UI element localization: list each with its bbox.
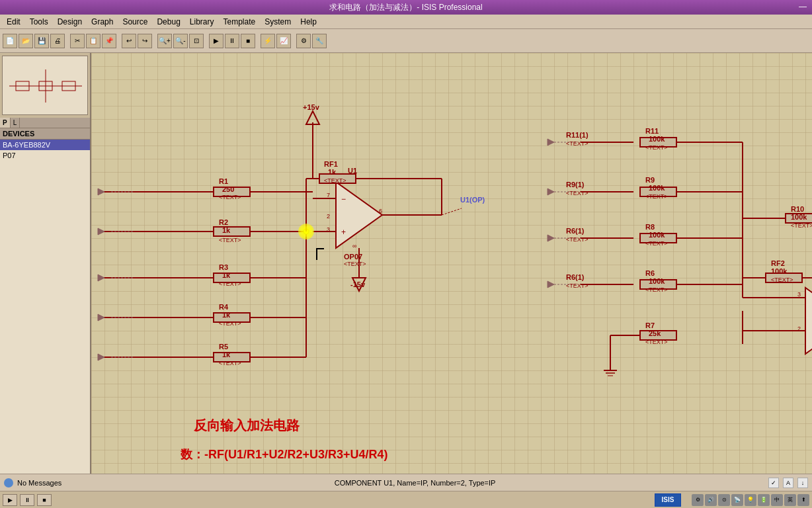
tab-p[interactable]: P [0, 118, 11, 128]
tb-zoom-in[interactable]: 🔍+ [157, 34, 172, 48]
label-r9: R9 [645, 176, 655, 184]
tb-probe[interactable]: ⚡ [261, 34, 275, 48]
tb-copy[interactable]: 📋 [86, 34, 101, 48]
menu-design[interactable]: Design [54, 16, 86, 28]
text-r1: <TEXT> [219, 194, 241, 200]
bottom-icon5[interactable]: 💡 [745, 494, 756, 506]
value-rf1: 1k [328, 168, 336, 176]
tb-cut[interactable]: ✂ [70, 34, 85, 48]
tb-zoom-fit[interactable]: ⊡ [189, 34, 204, 48]
value-r2: 1k [222, 226, 230, 234]
canvas-area[interactable]: − + ∞ 7 3 2 6 [91, 53, 812, 474]
bottom-icon9[interactable]: ⬆ [797, 494, 809, 506]
text-r10: <TEXT> [791, 222, 812, 229]
menu-debug[interactable]: Debug [153, 16, 184, 28]
tb-open[interactable]: 📂 [19, 34, 33, 48]
label-u1op: U1(OP) [460, 196, 485, 204]
tb-paste[interactable]: 📌 [102, 34, 116, 48]
tb-extra2[interactable]: 🔧 [312, 34, 327, 48]
circuit-svg: − + ∞ 7 3 2 6 [91, 53, 812, 474]
svg-text:2: 2 [327, 213, 330, 220]
toolbar: 📄 📂 💾 🖨 ✂ 📋 📌 ↩ ↪ 🔍+ 🔍- ⊡ ▶ ⏸ ■ ⚡ 📈 ⚙ 🔧 [0, 29, 812, 53]
bottom-icon4[interactable]: 📡 [731, 494, 743, 506]
text-r111: <TEXT> [566, 140, 589, 147]
svg-text:∞: ∞ [352, 243, 356, 249]
status-letter-a: A [783, 478, 793, 488]
svg-text:+: + [341, 228, 346, 237]
svg-text:6: 6 [379, 208, 382, 214]
text-r2: <TEXT> [219, 237, 241, 243]
menu-edit[interactable]: Edit [3, 16, 24, 28]
text-r4: <TEXT> [219, 320, 241, 327]
label-rf1: RF1 [324, 160, 338, 168]
playback-stop[interactable]: ■ [37, 494, 52, 506]
label-r10: R10 [791, 205, 804, 213]
menu-source[interactable]: Source [118, 16, 151, 28]
label-r11: R11 [645, 127, 659, 135]
label-r3: R3 [219, 263, 228, 271]
value-r5: 1k [222, 351, 230, 359]
menu-tools[interactable]: Tools [26, 16, 52, 28]
device-list: BA-6YEB882V P07 [0, 140, 90, 474]
label-r8: R8 [645, 223, 655, 231]
main-area: P L DEVICES BA-6YEB882V P07 [0, 53, 812, 474]
status-check[interactable]: ✓ [768, 478, 779, 488]
menu-system[interactable]: System [261, 16, 295, 28]
menu-library[interactable]: Library [186, 16, 218, 28]
tb-run[interactable]: ▶ [209, 34, 223, 48]
isis-logo: ISIS [655, 493, 681, 507]
device-item-0[interactable]: BA-6YEB882V [0, 140, 90, 150]
svg-text:3: 3 [797, 291, 801, 298]
text-r81: <TEXT> [566, 236, 589, 243]
bottom-icon2[interactable]: 🔊 [705, 494, 717, 506]
playback-pause[interactable]: ⏸ [20, 494, 34, 506]
text-r3: <TEXT> [219, 280, 241, 287]
bottom-icon8[interactable]: 英 [784, 494, 796, 506]
menu-help[interactable]: Help [296, 16, 321, 28]
bottom-icon7[interactable]: 中 [771, 494, 783, 506]
bottom-icon3[interactable]: ⊙ [718, 494, 730, 506]
tb-redo[interactable]: ↪ [138, 34, 152, 48]
tb-new[interactable]: 📄 [3, 34, 17, 48]
menubar: Edit Tools Design Graph Source Debug Lib… [0, 15, 812, 29]
tb-graph[interactable]: 📈 [276, 34, 291, 48]
annotation-inv: 反向输入加法电路 [194, 417, 300, 435]
bottom-icon6[interactable]: 🔋 [758, 494, 770, 506]
label-r5: R5 [219, 343, 228, 351]
svg-marker-58 [548, 235, 554, 241]
label-r91: R9(1) [566, 181, 585, 189]
tb-extra1[interactable]: ⚙ [296, 34, 311, 48]
preview-box [2, 56, 88, 115]
text-r91: <TEXT> [566, 190, 589, 196]
close-button[interactable]: — [799, 2, 807, 11]
svg-text:7: 7 [327, 192, 330, 198]
bottom-icon1[interactable]: ⚙ [692, 494, 704, 506]
tb-stop[interactable]: ■ [241, 34, 255, 48]
value-r4: 1k [222, 311, 230, 319]
svg-line-43 [442, 208, 462, 215]
tb-save[interactable]: 💾 [34, 34, 49, 48]
svg-text:3: 3 [327, 226, 330, 233]
label-r4: R4 [219, 303, 228, 311]
tb-print[interactable]: 🖨 [50, 34, 65, 48]
tab-l[interactable]: L [11, 118, 20, 128]
menu-template[interactable]: Template [220, 16, 260, 28]
label-r6: R6 [645, 269, 655, 277]
tb-undo[interactable]: ↩ [122, 34, 136, 48]
tb-pause[interactable]: ⏸ [225, 34, 239, 48]
status-icon2: ↓ [797, 478, 808, 488]
menu-graph[interactable]: Graph [87, 16, 117, 28]
value-r3: 1k [222, 271, 230, 279]
annotation-formula: 数：-RF(U1/R1+U2/R2+U3/R3+U4/R4) [181, 446, 388, 462]
svg-rect-11 [214, 227, 250, 236]
device-item-1[interactable]: P07 [0, 150, 90, 161]
playback-play[interactable]: ▶ [3, 494, 17, 506]
svg-marker-56 [548, 189, 554, 195]
text-r9: <TEXT> [645, 193, 668, 200]
svg-marker-48 [98, 354, 104, 360]
svg-marker-44 [98, 189, 104, 195]
value-rf2: 100k [771, 267, 787, 275]
text-r8: <TEXT> [645, 240, 668, 247]
tb-zoom-out[interactable]: 🔍- [173, 34, 188, 48]
label-r61: R6(1) [566, 273, 585, 281]
